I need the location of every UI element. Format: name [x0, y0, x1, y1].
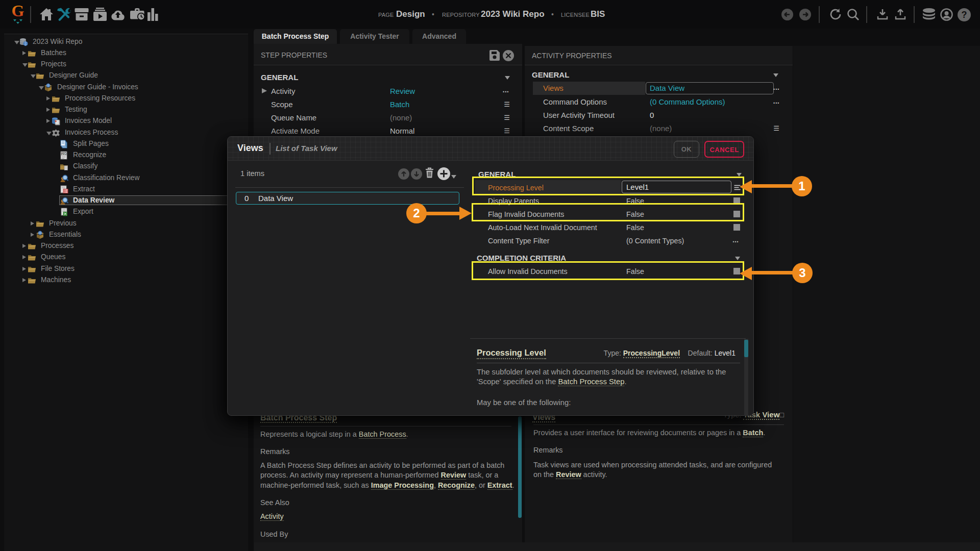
svg-text:ABC: ABC	[61, 153, 66, 155]
svg-text:?: ?	[962, 10, 967, 20]
svg-text:G: G	[12, 3, 24, 20]
